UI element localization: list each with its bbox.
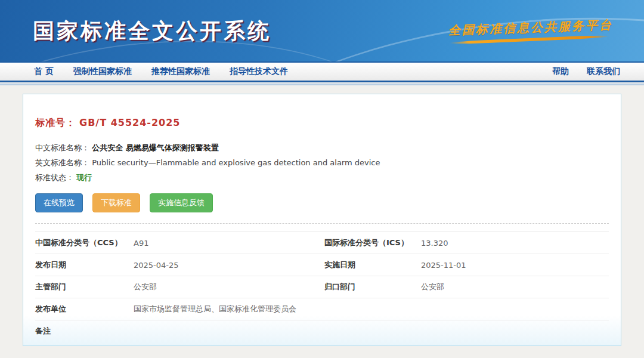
nav-item-help[interactable]: 帮助 <box>552 66 569 77</box>
nav-accent-line <box>0 84 644 85</box>
en-name-line: 英文标准名称： Public security—Flammable and ex… <box>35 155 609 170</box>
download-standard-button[interactable]: 下载标准 <box>92 193 140 212</box>
publisher-label: 发布单位 <box>35 304 134 314</box>
cn-name-line: 中文标准名称： 公共安全 易燃易爆气体探测报警装置 <box>35 140 609 155</box>
cn-name-value: 公共安全 易燃易爆气体探测报警装置 <box>92 143 219 152</box>
site-header: 国家标准全文公开系统 全国标准信息公共服务平台 <box>0 0 644 61</box>
nav-item-contact-us[interactable]: 联系我们 <box>587 66 620 77</box>
en-name-value: Public security—Flammable and explosive … <box>92 158 380 167</box>
nav-item-mandatory-standards[interactable]: 强制性国家标准 <box>73 66 132 77</box>
table-row: 发布单位 国家市场监督管理总局、国家标准化管理委员会 <box>35 298 609 320</box>
publisher-value: 国家市场监督管理总局、国家标准化管理委员会 <box>134 304 609 314</box>
ccs-label: 中国标准分类号（CCS） <box>35 237 134 248</box>
status-label: 标准状态： <box>35 173 74 182</box>
status-badge: 现行 <box>76 173 92 182</box>
dashed-divider <box>35 223 609 224</box>
ics-label: 国际标准分类号（ICS） <box>324 237 421 248</box>
authority-value: 公安部 <box>134 282 324 292</box>
ics-value: 13.320 <box>421 239 609 248</box>
standard-number-label: 标准号： <box>35 117 76 128</box>
table-row: 中国标准分类号（CCS） A91 国际标准分类号（ICS） 13.320 <box>35 232 609 254</box>
status-line: 标准状态： 现行 <box>35 170 609 185</box>
nav-left-group: 首 页 强制性国家标准 推荐性国家标准 指导性技术文件 <box>34 66 534 77</box>
table-row: 主管部门 公安部 归口部门 公安部 <box>35 276 609 298</box>
standard-names-block: 中文标准名称： 公共安全 易燃易爆气体探测报警装置 英文标准名称： Public… <box>35 140 609 185</box>
table-row: 备注 <box>35 320 609 342</box>
ccs-value: A91 <box>134 239 324 248</box>
remarks-label: 备注 <box>35 326 134 337</box>
nav-right-group: 帮助 联系我们 <box>534 66 620 77</box>
site-title: 国家标准全文公开系统 <box>33 16 271 45</box>
nav-item-home[interactable]: 首 页 <box>34 66 54 77</box>
publish-date-label: 发布日期 <box>35 260 134 270</box>
main-nav: 首 页 强制性国家标准 推荐性国家标准 指导性技术文件 帮助 联系我们 <box>0 61 644 82</box>
nav-item-recommended-standards[interactable]: 推荐性国家标准 <box>151 66 210 77</box>
standard-number-value: GB/T 45524-2025 <box>79 117 181 128</box>
authority-label: 主管部门 <box>35 282 134 292</box>
implement-date-label: 实施日期 <box>324 260 421 270</box>
standard-number-line: 标准号：GB/T 45524-2025 <box>35 117 609 129</box>
standard-info-table: 中国标准分类号（CCS） A91 国际标准分类号（ICS） 13.320 发布日… <box>35 232 609 342</box>
platform-slogan: 全国标准信息公共服务平台 <box>448 20 613 41</box>
publish-date-value: 2025-04-25 <box>134 261 324 270</box>
centralized-dept-label: 归口部门 <box>324 282 421 292</box>
centralized-dept-value: 公安部 <box>421 282 609 292</box>
standard-detail-card: 标准号：GB/T 45524-2025 中文标准名称： 公共安全 易燃易爆气体探… <box>23 94 621 346</box>
online-preview-button[interactable]: 在线预览 <box>35 193 83 212</box>
table-row: 发布日期 2025-04-25 实施日期 2025-11-01 <box>35 254 609 276</box>
implement-date-value: 2025-11-01 <box>421 261 609 270</box>
nav-item-guiding-documents[interactable]: 指导性技术文件 <box>230 66 288 77</box>
cn-name-label: 中文标准名称： <box>35 143 89 152</box>
en-name-label: 英文标准名称： <box>35 158 89 167</box>
action-buttons: 在线预览 下载标准 实施信息反馈 <box>35 193 609 212</box>
implementation-feedback-button[interactable]: 实施信息反馈 <box>150 193 213 212</box>
